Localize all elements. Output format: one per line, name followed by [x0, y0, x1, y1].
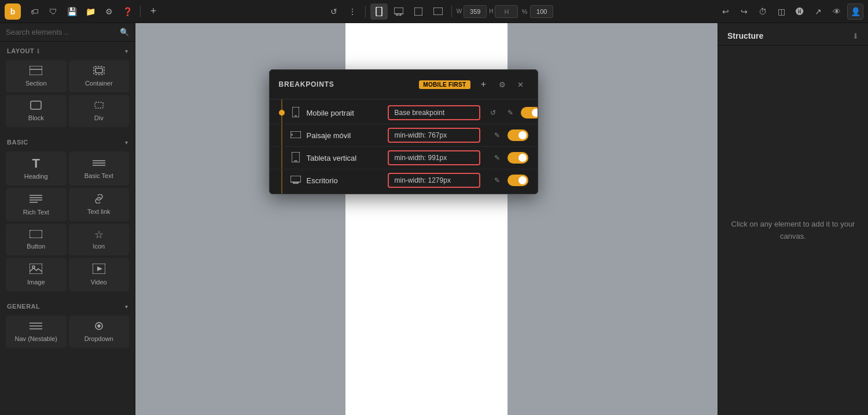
basic-section-header[interactable]: BASIC	[0, 133, 135, 149]
heading-element[interactable]: T Heading	[6, 151, 67, 186]
container-element[interactable]: Container	[69, 60, 130, 92]
percent-symbol: %	[521, 8, 527, 15]
topbar-right: ↩ ↪ ⏱ ◫ 🅦 ↗ 👁 👤	[718, 3, 863, 20]
breakpoints-modal: BREAKPOINTS MOBILE FIRST + ⚙ ✕	[269, 69, 538, 194]
icon-label: Icon	[93, 243, 105, 250]
section-label: Section	[25, 80, 47, 87]
svg-rect-0	[376, 7, 382, 16]
modal-header-right: MOBILE FIRST + ⚙ ✕	[419, 77, 528, 92]
modal-title: BREAKPOINTS	[279, 80, 334, 88]
separator	[140, 6, 141, 17]
info-icon: ℹ	[37, 48, 40, 54]
layout-grid: Section Container Block Div	[0, 58, 135, 133]
div-element[interactable]: Div	[69, 95, 130, 127]
height-input[interactable]	[495, 5, 518, 18]
zoom-input[interactable]	[530, 5, 553, 18]
block-icon	[30, 101, 42, 112]
rich-text-element[interactable]: Rich Text	[6, 188, 67, 221]
edit-paisaje-btn[interactable]: ✎	[490, 128, 504, 142]
dropdown-element[interactable]: Dropdown	[69, 316, 130, 348]
brand-logo[interactable]: b	[5, 3, 21, 20]
basic-text-element[interactable]: Basic Text	[69, 151, 130, 186]
w-label: W	[457, 8, 462, 14]
bp-value-mobile-portrait: Base breakpoint	[388, 105, 480, 120]
refresh-bp-btn[interactable]: ↺	[486, 106, 500, 120]
container-label: Container	[85, 80, 113, 87]
rich-text-icon	[30, 194, 42, 206]
more-icon[interactable]: ⋮	[344, 3, 361, 20]
modal-header: BREAKPOINTS MOBILE FIRST + ⚙ ✕	[270, 70, 538, 99]
search-input[interactable]	[6, 28, 116, 36]
export-icon[interactable]: ↗	[810, 3, 826, 20]
bp-value-tableta: min-width: 991px	[388, 150, 480, 165]
text-link-icon	[93, 194, 105, 205]
svg-point-29	[98, 325, 100, 327]
add-breakpoint-btn[interactable]: +	[476, 77, 491, 92]
canvas-area: BREAKPOINTS MOBILE FIRST + ⚙ ✕	[135, 23, 718, 415]
section-element[interactable]: Section	[6, 60, 67, 92]
frame-btn[interactable]	[410, 3, 427, 20]
download-icon[interactable]: ⬇	[852, 32, 859, 40]
undo-icon[interactable]: ↩	[718, 3, 734, 20]
save-icon[interactable]: 💾	[64, 3, 80, 20]
separator2	[365, 6, 366, 17]
help-icon[interactable]: ❓	[119, 3, 135, 20]
edit-escritorio-btn[interactable]: ✎	[490, 173, 504, 187]
wordpress-icon[interactable]: 🅦	[792, 3, 808, 20]
nav-element[interactable]: Nav (Nestable)	[6, 316, 67, 348]
refresh-icon[interactable]: ↺	[326, 3, 342, 20]
topbar-left: b 🏷 🛡 💾 📁 ⚙ ❓ +	[5, 3, 161, 20]
search-bar: 🔍	[0, 23, 135, 42]
container-icon	[93, 66, 105, 77]
layers-icon[interactable]: ◫	[773, 3, 789, 20]
redo-icon[interactable]: ↪	[736, 3, 752, 20]
history-icon[interactable]: ⏱	[755, 3, 771, 20]
toggle-tableta[interactable]	[507, 152, 528, 164]
mobile-portrait-btn[interactable]	[370, 3, 388, 20]
edit-bp-btn[interactable]: ✎	[503, 106, 517, 120]
toggle-escritorio[interactable]	[507, 175, 528, 186]
close-modal-btn[interactable]: ✕	[513, 77, 528, 92]
bookmark-icon[interactable]: 🏷	[27, 3, 43, 20]
width-input[interactable]	[464, 5, 487, 18]
bp-dot-tableta	[279, 155, 285, 161]
plus-icon[interactable]: +	[145, 3, 161, 20]
preview-icon[interactable]: 👁	[829, 3, 845, 20]
nav-icon	[30, 321, 42, 332]
width-group: W	[457, 5, 487, 18]
bp-name-tableta: Tableta vertical	[307, 154, 382, 162]
settings-btn[interactable]: ⚙	[495, 77, 510, 92]
tablet-btn[interactable]	[429, 3, 447, 20]
bp-dot-escritorio	[279, 177, 285, 183]
basic-title: BASIC	[7, 139, 28, 146]
icon-element[interactable]: ☆ Icon	[69, 224, 130, 255]
bp-dot-mobile-portrait	[279, 110, 285, 116]
block-element[interactable]: Block	[6, 95, 67, 127]
heading-icon: T	[32, 157, 40, 170]
svg-rect-12	[95, 102, 103, 108]
text-link-element[interactable]: Text link	[69, 188, 130, 221]
bp-name-escritorio: Escritorio	[307, 176, 382, 185]
folder-icon[interactable]: 📁	[82, 3, 98, 20]
button-label: Button	[27, 243, 45, 250]
image-element[interactable]: Image	[6, 258, 67, 291]
shield-icon[interactable]: 🛡	[45, 3, 61, 20]
breakpoint-list: Mobile portrait Base breakpoint ↺ ✎	[270, 99, 538, 194]
video-element[interactable]: Video	[69, 258, 130, 291]
layout-section-header[interactable]: LAYOUT ℹ	[0, 42, 135, 58]
general-chevron	[125, 303, 128, 310]
gear-icon[interactable]: ⚙	[101, 3, 117, 20]
svg-marker-24	[97, 266, 102, 271]
general-section-header[interactable]: GENERAL	[0, 297, 135, 313]
nav-label: Nav (Nestable)	[15, 335, 57, 342]
right-panel-header: Structure ⬇	[718, 23, 868, 46]
layout-chevron	[125, 48, 128, 54]
toggle-paisaje[interactable]	[507, 129, 528, 141]
right-panel: Structure ⬇ Click on any element to add …	[718, 23, 868, 415]
bp-name-mobile-portrait: Mobile portrait	[307, 109, 382, 117]
toggle-mobile-portrait[interactable]	[521, 107, 538, 118]
account-btn[interactable]: 👤	[847, 3, 863, 20]
button-element[interactable]: Button	[6, 224, 67, 255]
desktop-btn[interactable]	[390, 3, 407, 20]
edit-tableta-btn[interactable]: ✎	[490, 151, 504, 165]
